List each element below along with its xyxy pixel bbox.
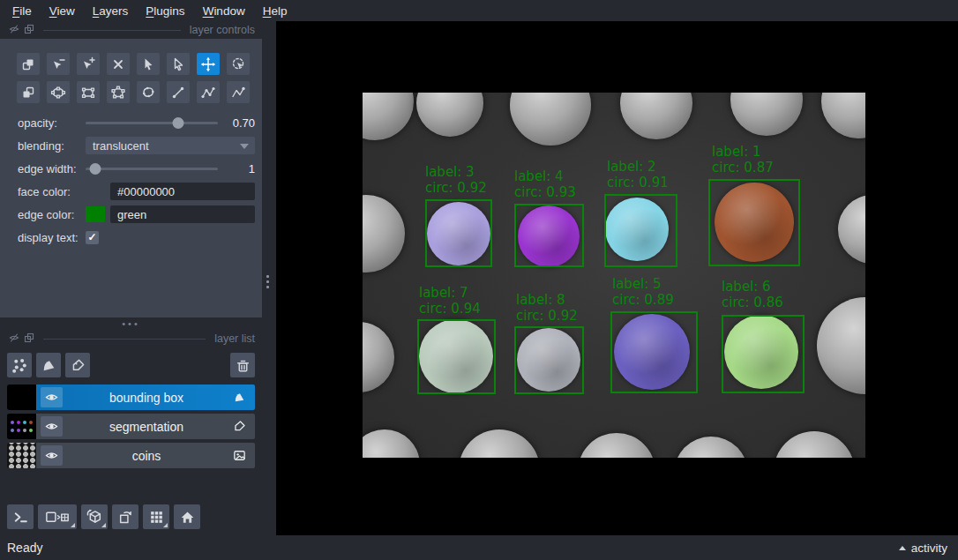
napari-window: File View Layers Plugins Window Help lay… [0,0,958,560]
layer-row-coins[interactable]: coins [7,443,255,468]
roll-dimensions-button[interactable] [81,504,108,529]
annotation-text-3: label: 3circ: 0.92 [425,164,487,196]
edge-width-slider-track[interactable] [86,168,218,170]
hide-panel-icon[interactable] [9,24,19,37]
layer-name: bounding box [63,391,230,405]
bounding-box-7 [417,319,496,394]
grid-view-button[interactable] [143,504,169,529]
opacity-slider[interactable] [86,116,218,129]
status-message: Ready [7,541,42,555]
panel-resize-handle[interactable]: ••• [0,317,262,330]
layer-list-title: layer list [214,332,255,345]
annotation-text-8: label: 8circ: 0.92 [516,292,578,324]
splitter-handle-icon[interactable] [266,273,269,291]
layer-controls-titlebar: layer controls [0,21,262,39]
menu-help[interactable]: Help [254,4,296,18]
layer-row-bounding-box[interactable]: bounding box [7,385,255,410]
display-text-checkbox[interactable]: ✓ [86,231,99,244]
dock-splitter[interactable] [262,21,276,535]
new-points-layer-button[interactable] [7,353,32,377]
annotation-text-1: label: 1circ: 0.87 [712,144,774,175]
add-line-button[interactable] [167,81,190,103]
edge-width-value: 1 [225,162,255,175]
bounding-box-5 [610,311,698,393]
menu-file[interactable]: File [4,4,41,18]
opacity-label: opacity: [18,116,86,130]
new-labels-layer-button[interactable] [65,353,90,377]
face-color-label: face color: [18,185,86,198]
hide-panel-icon[interactable] [9,332,19,346]
opacity-slider-track[interactable] [86,122,218,124]
activity-button[interactable]: activity [899,541,947,555]
layer-row-segmentation[interactable]: segmentation [7,414,255,439]
toggle-ndisplay-button[interactable] [38,504,77,529]
edge-color-swatch[interactable] [86,206,105,222]
delete-shape-button[interactable] [107,53,130,75]
annotation-text-7: label: 7circ: 0.94 [419,285,481,317]
edge-width-slider-handle[interactable] [89,163,101,175]
opacity-slider-handle[interactable] [173,117,184,129]
menu-window[interactable]: Window [194,4,254,18]
add-ellipse-button[interactable] [47,81,70,103]
edge-color-value: green [117,208,146,221]
edge-width-label: edge width: [18,162,86,175]
float-panel-icon[interactable] [24,24,34,37]
background-coin [620,93,692,139]
background-coin [363,429,420,458]
layer-visibility-eye-icon[interactable] [41,445,63,466]
layer-thumbnail [7,443,36,468]
layer-list-buttons [7,353,255,377]
vertex-insert-button[interactable] [77,53,100,75]
select-shape-button[interactable] [137,53,160,75]
edge-color-field[interactable]: green [110,205,255,223]
blending-select[interactable]: translucent [86,137,255,154]
image-layer-type-icon [230,448,248,463]
transpose-dimensions-button[interactable] [112,504,138,529]
blending-value: translucent [93,139,149,153]
layer-visibility-eye-icon[interactable] [41,387,63,407]
transform-button[interactable] [227,53,250,75]
menu-plugins[interactable]: Plugins [137,4,193,18]
float-panel-icon[interactable] [24,332,34,346]
add-polygon-lasso-button[interactable] [137,81,160,103]
face-color-value: #00000000 [117,185,175,198]
delete-layer-button[interactable] [230,353,255,377]
layer-name: coins [63,449,230,463]
left-dock: layer controls opacity: 0.70 [0,21,262,535]
viewer-canvas[interactable]: label: 1circ: 0.87label: 2circ: 0.91labe… [276,21,958,535]
face-color-swatch[interactable] [86,183,105,199]
new-shapes-layer-button[interactable] [36,353,61,377]
background-coin [363,195,405,273]
console-button[interactable] [7,504,34,529]
menu-bar: File View Layers Plugins Window Help [0,0,958,21]
add-path-button[interactable] [227,81,250,103]
bounding-box-2 [604,194,677,267]
edge-width-slider[interactable] [86,162,218,175]
move-to-back-button[interactable] [17,53,40,75]
background-coin [774,431,855,458]
background-coin [821,93,865,138]
add-rectangle-button[interactable] [77,81,100,103]
status-bar: Ready activity [0,535,958,560]
menu-layers[interactable]: Layers [84,4,138,18]
background-coin [416,93,483,137]
direct-select-button[interactable] [167,53,190,75]
layer-controls-title: layer controls [190,24,255,36]
annotation-text-4: label: 4circ: 0.93 [514,168,576,200]
popup-indicator-icon [71,523,75,527]
bounding-box-1 [708,179,800,266]
annotation-text-6: label: 6circ: 0.86 [722,279,783,310]
add-polyline-button[interactable] [197,81,220,103]
move-to-front-button[interactable] [17,81,40,103]
home-button[interactable] [174,504,200,529]
face-color-field[interactable]: #00000000 [110,183,255,200]
layer-thumbnail [7,414,36,439]
vertex-remove-button[interactable] [47,53,70,75]
blending-label: blending: [18,139,86,153]
background-coin [510,93,591,146]
menu-view[interactable]: View [41,4,84,18]
edge-color-label: edge color: [18,208,86,221]
layer-visibility-eye-icon[interactable] [41,416,63,437]
pan-zoom-button[interactable] [197,53,220,75]
add-polygon-button[interactable] [107,81,130,103]
